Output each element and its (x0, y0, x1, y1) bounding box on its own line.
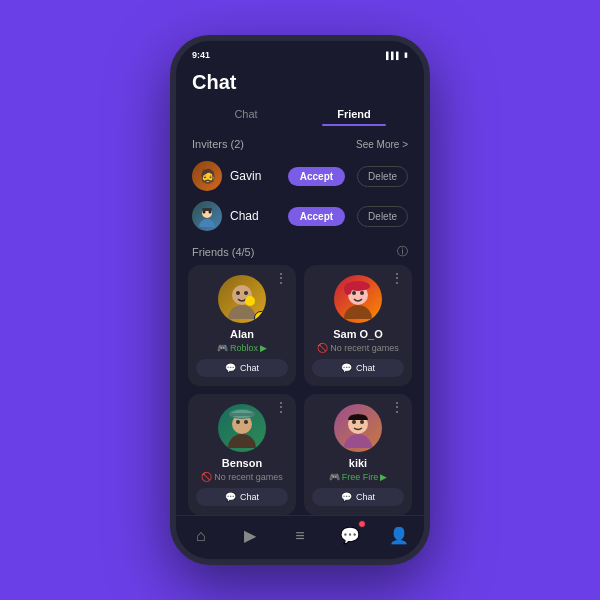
status-time: 9:41 (192, 50, 210, 60)
kiki-avatar-svg (338, 408, 378, 448)
friends-grid: ⋮ ★ Alan 🎮 (176, 265, 424, 515)
more-dots-sam[interactable]: ⋮ (390, 271, 404, 285)
more-dots-kiki[interactable]: ⋮ (390, 400, 404, 414)
avatar-benson (218, 404, 266, 452)
video-icon: ▶ (244, 526, 256, 545)
friends-title: Friends (4/5) (192, 246, 254, 258)
svg-point-19 (244, 420, 248, 424)
home-icon: ⌂ (196, 527, 206, 545)
chat-icon-benson: 💬 (225, 492, 236, 502)
game-label-alan: Roblox (230, 343, 258, 353)
accept-button-gavin[interactable]: Accept (288, 167, 345, 186)
status-icons: ▌▌▌ ▮ (386, 51, 408, 59)
friend-game-kiki: 🎮 Free Fire ▶ (329, 472, 388, 482)
friend-game-benson: 🚫 No recent games (201, 472, 283, 482)
inviter-name-chad: Chad (230, 209, 280, 223)
avatar-sam (334, 275, 382, 323)
svg-rect-4 (202, 208, 212, 211)
inviter-row-chad: Chad Accept Delete (176, 196, 424, 236)
profile-icon: 👤 (389, 526, 409, 545)
chat-label-sam: Chat (356, 363, 375, 373)
screen-content: Inviters (2) See More > 🧔 Gavin Accept D… (176, 134, 424, 515)
friend-name-sam: Sam O_O (333, 328, 383, 340)
info-icon[interactable]: ⓘ (397, 244, 408, 259)
chad-avatar-svg (196, 205, 218, 227)
game-label-sam: No recent games (330, 343, 399, 353)
see-more-button[interactable]: See More > (356, 139, 408, 150)
chat-icon-alan: 💬 (225, 363, 236, 373)
game-emoji-alan: 🎮 (217, 343, 228, 353)
inviters-header: Inviters (2) See More > (176, 134, 424, 156)
phone-notch (265, 41, 335, 59)
no-game-icon-benson: 🚫 (201, 472, 212, 482)
battery-icon: ▮ (404, 51, 408, 59)
chat-nav-icon: 💬 (340, 526, 360, 545)
phone-screen: 9:41 ▌▌▌ ▮ Chat Chat Friend Inviters (2)… (176, 41, 424, 559)
nav-menu[interactable]: ≡ (282, 518, 318, 554)
friend-name-alan: Alan (230, 328, 254, 340)
delete-button-gavin[interactable]: Delete (357, 166, 408, 187)
game-emoji-kiki: 🎮 (329, 472, 340, 482)
menu-icon: ≡ (295, 527, 304, 545)
nav-video[interactable]: ▶ (232, 518, 268, 554)
nav-home[interactable]: ⌂ (183, 518, 219, 554)
svg-rect-22 (230, 413, 254, 416)
svg-point-1 (199, 219, 215, 227)
sam-avatar-svg (338, 279, 378, 319)
friend-name-benson: Benson (222, 457, 262, 469)
chat-icon-sam: 💬 (341, 363, 352, 373)
game-label-kiki: Free Fire (342, 472, 379, 482)
avatar-gavin: 🧔 (192, 161, 222, 191)
avatar-alan: ★ (218, 275, 266, 323)
chat-button-sam[interactable]: 💬 Chat (312, 359, 404, 377)
chat-badge (358, 520, 366, 528)
friend-game-sam: 🚫 No recent games (317, 343, 399, 353)
svg-point-17 (228, 434, 256, 448)
tab-chat[interactable]: Chat (192, 102, 300, 126)
more-dots-alan[interactable]: ⋮ (274, 271, 288, 285)
svg-point-12 (352, 291, 356, 295)
chat-icon-kiki: 💬 (341, 492, 352, 502)
benson-avatar-svg (222, 408, 262, 448)
inviters-title: Inviters (2) (192, 138, 244, 150)
friend-name-kiki: kiki (349, 457, 367, 469)
svg-point-9 (245, 296, 255, 306)
chat-label-alan: Chat (240, 363, 259, 373)
header: Chat (176, 65, 424, 102)
svg-point-18 (236, 420, 240, 424)
chat-button-kiki[interactable]: 💬 Chat (312, 488, 404, 506)
friend-card-benson: ⋮ Benson 🚫 (188, 394, 296, 515)
tab-friend[interactable]: Friend (300, 102, 408, 126)
phone-frame: 9:41 ▌▌▌ ▮ Chat Chat Friend Inviters (2)… (170, 35, 430, 565)
friend-card-kiki: ⋮ kiki 🎮 (304, 394, 412, 515)
svg-point-13 (360, 291, 364, 295)
nav-profile[interactable]: 👤 (381, 518, 417, 554)
chat-button-alan[interactable]: 💬 Chat (196, 359, 288, 377)
avatar-chad (192, 201, 222, 231)
svg-point-15 (344, 283, 352, 295)
nav-chat[interactable]: 💬 (332, 518, 368, 554)
svg-point-26 (360, 420, 364, 424)
inviter-name-gavin: Gavin (230, 169, 280, 183)
accept-button-chad[interactable]: Accept (288, 207, 345, 226)
signal-icon: ▌▌▌ (386, 52, 401, 59)
chat-label-benson: Chat (240, 492, 259, 502)
tab-bar: Chat Friend (176, 102, 424, 126)
more-dots-benson[interactable]: ⋮ (274, 400, 288, 414)
gold-badge-alan: ★ (254, 311, 266, 323)
avatar-kiki (334, 404, 382, 452)
svg-point-11 (344, 305, 372, 319)
svg-point-25 (352, 420, 356, 424)
friends-header: Friends (4/5) ⓘ (176, 236, 424, 265)
svg-point-24 (344, 434, 372, 448)
friend-card-alan: ⋮ ★ Alan 🎮 (188, 265, 296, 386)
delete-button-chad[interactable]: Delete (357, 206, 408, 227)
svg-point-7 (236, 291, 240, 295)
chat-label-kiki: Chat (356, 492, 375, 502)
no-game-icon-sam: 🚫 (317, 343, 328, 353)
friend-card-sam: ⋮ Sam O_O 🚫 (304, 265, 412, 386)
chat-button-benson[interactable]: 💬 Chat (196, 488, 288, 506)
page-title: Chat (192, 71, 408, 94)
inviter-row-gavin: 🧔 Gavin Accept Delete (176, 156, 424, 196)
svg-point-8 (244, 291, 248, 295)
